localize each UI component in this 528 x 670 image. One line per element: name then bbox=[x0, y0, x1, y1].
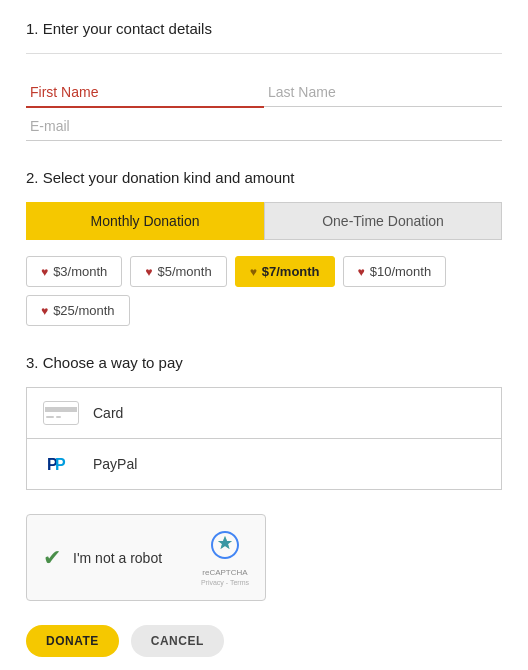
payment-options-list: Card P P PayPal bbox=[26, 387, 502, 490]
captcha-box[interactable]: ✔ I'm not a robot reCAPTCHA Privacy - Te… bbox=[26, 514, 266, 601]
monthly-donation-button[interactable]: Monthly Donation bbox=[26, 202, 264, 240]
svg-rect-3 bbox=[56, 416, 61, 418]
heart-icon-3: ♥ bbox=[41, 265, 48, 279]
amount-options: ♥ $3/month ♥ $5/month ♥ $7/month ♥ $10/m… bbox=[26, 256, 502, 326]
payment-title: 3. Choose a way to pay bbox=[26, 354, 502, 371]
card-icon bbox=[43, 401, 79, 425]
amount-5-label: $5/month bbox=[157, 264, 211, 279]
first-name-wrap bbox=[26, 74, 264, 108]
captcha-left: ✔ I'm not a robot bbox=[43, 545, 162, 571]
svg-rect-2 bbox=[46, 416, 54, 418]
first-name-input[interactable] bbox=[26, 74, 264, 108]
amount-3-label: $3/month bbox=[53, 264, 107, 279]
payment-section: 3. Choose a way to pay Card P P PayPal bbox=[26, 354, 502, 490]
contact-section: 1. Enter your contact details bbox=[26, 20, 502, 141]
amount-7-label: $7/month bbox=[262, 264, 320, 279]
recaptcha-logo-icon bbox=[209, 529, 241, 566]
action-buttons: DONATE CANCEL bbox=[26, 625, 502, 657]
recaptcha-brand-text: reCAPTCHA bbox=[202, 568, 247, 577]
svg-text:P: P bbox=[55, 456, 66, 473]
donation-section: 2. Select your donation kind and amount … bbox=[26, 169, 502, 326]
email-input[interactable] bbox=[26, 108, 502, 141]
contact-title: 1. Enter your contact details bbox=[26, 20, 502, 37]
cancel-button[interactable]: CANCEL bbox=[131, 625, 224, 657]
paypal-label: PayPal bbox=[93, 456, 137, 472]
donation-type-row: Monthly Donation One-Time Donation bbox=[26, 202, 502, 240]
last-name-wrap bbox=[264, 74, 502, 108]
heart-icon-7: ♥ bbox=[250, 265, 257, 279]
amount-10-label: $10/month bbox=[370, 264, 431, 279]
amount-5-button[interactable]: ♥ $5/month bbox=[130, 256, 226, 287]
onetime-donation-button[interactable]: One-Time Donation bbox=[264, 202, 502, 240]
donate-button[interactable]: DONATE bbox=[26, 625, 119, 657]
amount-3-button[interactable]: ♥ $3/month bbox=[26, 256, 122, 287]
card-label: Card bbox=[93, 405, 123, 421]
donation-title: 2. Select your donation kind and amount bbox=[26, 169, 502, 186]
name-row bbox=[26, 74, 502, 108]
recaptcha-links: Privacy - Terms bbox=[201, 579, 249, 586]
last-name-input[interactable] bbox=[264, 74, 502, 107]
email-wrap bbox=[26, 108, 502, 141]
amount-25-label: $25/month bbox=[53, 303, 114, 318]
contact-divider bbox=[26, 53, 502, 54]
captcha-section: ✔ I'm not a robot reCAPTCHA Privacy - Te… bbox=[26, 514, 502, 601]
svg-rect-1 bbox=[45, 407, 77, 412]
heart-icon-25: ♥ bbox=[41, 304, 48, 318]
svg-rect-0 bbox=[44, 402, 79, 425]
amount-7-button[interactable]: ♥ $7/month bbox=[235, 256, 335, 287]
paypal-icon: P P bbox=[43, 452, 79, 476]
card-payment-option[interactable]: Card bbox=[26, 387, 502, 438]
captcha-right: reCAPTCHA Privacy - Terms bbox=[201, 529, 249, 586]
heart-icon-10: ♥ bbox=[358, 265, 365, 279]
heart-icon-5: ♥ bbox=[145, 265, 152, 279]
amount-10-button[interactable]: ♥ $10/month bbox=[343, 256, 447, 287]
amount-25-button[interactable]: ♥ $25/month bbox=[26, 295, 130, 326]
paypal-payment-option[interactable]: P P PayPal bbox=[26, 438, 502, 490]
captcha-label: I'm not a robot bbox=[73, 550, 162, 566]
captcha-check-icon: ✔ bbox=[43, 545, 61, 571]
